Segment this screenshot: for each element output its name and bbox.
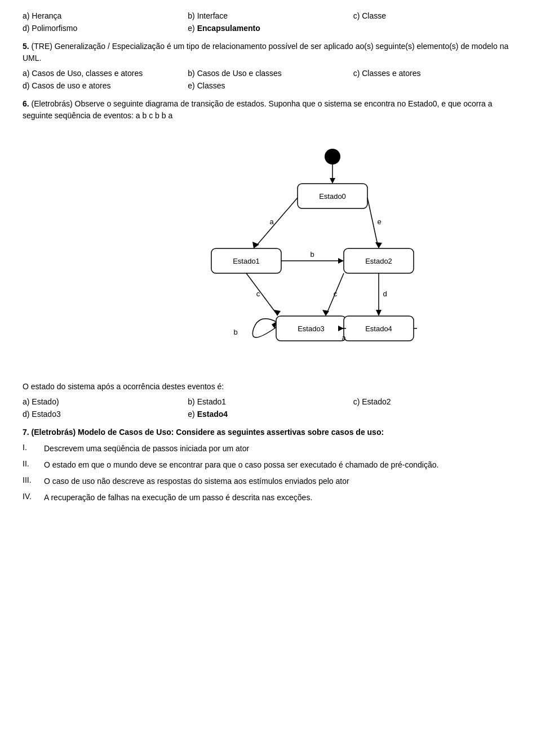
label-b-e3-self: b bbox=[233, 328, 237, 336]
q6-text: 6. (Eletrobrás) Observe o seguinte diagr… bbox=[23, 98, 518, 122]
q5-option-c: c) Classes e atores bbox=[353, 69, 518, 78]
q5-option-a-text: Casos de Uso, classes e atores bbox=[32, 69, 143, 78]
q4-option-f-placeholder bbox=[353, 24, 518, 33]
q6-section: 6. (Eletrobrás) Observe o seguinte diagr… bbox=[23, 98, 518, 419]
q4-option-b: b) Interface bbox=[188, 11, 353, 20]
q4-option-a-label: a) bbox=[23, 11, 32, 20]
label-e-e0-e2: e bbox=[377, 217, 381, 226]
q7-item-iv-label: IV. bbox=[23, 492, 39, 501]
q5-option-d-text: Casos de uso e atores bbox=[32, 81, 110, 90]
estado0-label: Estado0 bbox=[319, 192, 346, 201]
q5-number: 5. bbox=[23, 42, 29, 51]
q4-option-c-text: Classe bbox=[362, 11, 386, 20]
q6-option-a: a) Estado) bbox=[23, 397, 188, 406]
q6-option-d: d) Estado3 bbox=[23, 410, 188, 419]
q4-option-d: d) Polimorfismo bbox=[23, 24, 188, 33]
q6-question: (Eletrobrás) Observe o seguinte diagrama… bbox=[23, 99, 493, 120]
q5-option-b-text: Casos de Uso e classes bbox=[197, 69, 282, 78]
q7-item-iii-label: III. bbox=[23, 475, 39, 484]
q5-question: (TRE) Generalização / Especialização é u… bbox=[23, 42, 508, 63]
label-d-e2-e4: d bbox=[383, 290, 387, 298]
q6-option-d-text: Estado3 bbox=[32, 410, 60, 419]
q5-options-row2: d) Casos de uso e atores e) Classes bbox=[23, 81, 518, 90]
q7-item-ii-label: II. bbox=[23, 459, 39, 468]
q5-option-b-label: b) bbox=[188, 69, 197, 78]
arrowhead-estado0-estado2 bbox=[375, 242, 382, 248]
q6-option-b-label: b) bbox=[188, 397, 197, 406]
q4-option-e-text: Encapsulamento bbox=[197, 24, 260, 33]
q6-option-b-text: Estado1 bbox=[197, 397, 226, 406]
arrowhead-estado0-estado1 bbox=[252, 242, 259, 248]
q5-option-e-text: Classes bbox=[197, 81, 225, 90]
q4-option-b-label: b) bbox=[188, 11, 197, 20]
q5-option-d: d) Casos de uso e atores bbox=[23, 81, 188, 90]
q6-result: O estado do sistema após a ocorrência de… bbox=[23, 382, 224, 391]
q7-item-iii-text: O caso de uso não descreve as respostas … bbox=[44, 475, 518, 487]
q4-section: a) Herança b) Interface c) Classe d) Pol… bbox=[23, 11, 518, 33]
q5-option-c-label: c) bbox=[353, 69, 362, 78]
q5-section: 5. (TRE) Generalização / Especialização … bbox=[23, 41, 518, 90]
arrow-estado1-estado3 bbox=[246, 273, 276, 313]
q4-option-c-label: c) bbox=[353, 11, 362, 20]
q6-option-e: e) Estado4 bbox=[188, 410, 353, 419]
q4-option-d-label: d) bbox=[23, 24, 32, 33]
q6-number: 6. bbox=[23, 99, 29, 108]
q7-item-iv-text: A recuperação de falhas na execução de u… bbox=[44, 492, 518, 504]
state-diagram: Estado0 a e Estado1 Estado2 b c bbox=[23, 133, 518, 370]
q6-option-a-label: a) bbox=[23, 397, 32, 406]
arrow-estado0-estado1 bbox=[256, 198, 298, 246]
arrowhead-init-estado0 bbox=[330, 178, 335, 184]
q5-text: 5. (TRE) Generalização / Especialização … bbox=[23, 41, 518, 64]
q4-option-a: a) Herança bbox=[23, 11, 188, 20]
q7-item-iii: III. O caso de uso não descreve as respo… bbox=[23, 475, 518, 487]
arrow-estado3-self bbox=[252, 319, 276, 337]
q4-option-b-text: Interface bbox=[197, 11, 228, 20]
q6-option-c: c) Estado2 bbox=[353, 397, 518, 406]
q7-text: 7. (Eletrobrás) Modelo de Casos de Uso: … bbox=[23, 426, 518, 438]
q7-section: 7. (Eletrobrás) Modelo de Casos de Uso: … bbox=[23, 426, 518, 504]
label-a-e3-e4: a bbox=[342, 333, 346, 342]
q7-item-ii-text: O estado em que o mundo deve se encontra… bbox=[44, 459, 518, 471]
label-b-e1-e2: b bbox=[310, 250, 314, 259]
q6-option-f-placeholder bbox=[353, 410, 518, 419]
q5-option-f bbox=[353, 81, 518, 90]
q6-option-e-label: e) bbox=[188, 410, 197, 419]
arrowhead-e2-e4 bbox=[376, 310, 382, 316]
q7-item-iv: IV. A recuperação de falhas na execução … bbox=[23, 492, 518, 504]
q4-options-row1: a) Herança b) Interface c) Classe bbox=[23, 11, 518, 20]
q6-option-c-label: c) bbox=[353, 397, 362, 406]
q7-item-i-label: I. bbox=[23, 443, 39, 452]
estado2-label: Estado2 bbox=[365, 257, 392, 265]
q5-option-b: b) Casos de Uso e classes bbox=[188, 69, 353, 78]
q4-option-e: e) Encapsulamento bbox=[188, 24, 353, 33]
q4-options-row2: d) Polimorfismo e) Encapsulamento bbox=[23, 24, 518, 33]
q5-option-a-label: a) bbox=[23, 69, 32, 78]
q4-option-d-text: Polimorfismo bbox=[32, 24, 77, 33]
q4-option-c: c) Classe bbox=[353, 11, 518, 20]
label-c-e1-e3: c bbox=[256, 290, 260, 298]
q5-option-e: e) Classes bbox=[188, 81, 353, 90]
label-c-e2-e3: c bbox=[334, 290, 338, 298]
q5-options-row1: a) Casos de Uso, classes e atores b) Cas… bbox=[23, 69, 518, 78]
q5-option-d-label: d) bbox=[23, 81, 32, 90]
arrow-estado0-estado2 bbox=[367, 198, 378, 244]
q4-option-e-label: e) bbox=[188, 24, 197, 33]
label-a-e0-e1: a bbox=[269, 217, 274, 226]
q6-result-text: O estado do sistema após a ocorrência de… bbox=[23, 381, 518, 393]
q7-question: (Eletrobrás) Modelo de Casos de Uso: Con… bbox=[32, 428, 384, 437]
q5-option-c-text: Classes e atores bbox=[362, 69, 420, 78]
q6-option-d-label: d) bbox=[23, 410, 32, 419]
estado3-label: Estado3 bbox=[298, 324, 325, 333]
state-diagram-svg: Estado0 a e Estado1 Estado2 b c bbox=[124, 133, 417, 370]
estado4-label: Estado4 bbox=[365, 324, 392, 333]
q4-option-a-text: Herança bbox=[32, 11, 61, 20]
estado1-label: Estado1 bbox=[233, 257, 260, 265]
q7-item-i: I. Descrevem uma seqüência de passos ini… bbox=[23, 443, 518, 455]
q6-options-row1: a) Estado) b) Estado1 c) Estado2 bbox=[23, 397, 518, 406]
q7-item-i-text: Descrevem uma seqüência de passos inicia… bbox=[44, 443, 518, 455]
q5-option-e-label: e) bbox=[188, 81, 197, 90]
q6-option-b: b) Estado1 bbox=[188, 397, 353, 406]
q6-options-row2: d) Estado3 e) Estado4 bbox=[23, 410, 518, 419]
arrowhead-e1-e3 bbox=[274, 310, 281, 316]
q6-option-c-text: Estado2 bbox=[362, 397, 391, 406]
